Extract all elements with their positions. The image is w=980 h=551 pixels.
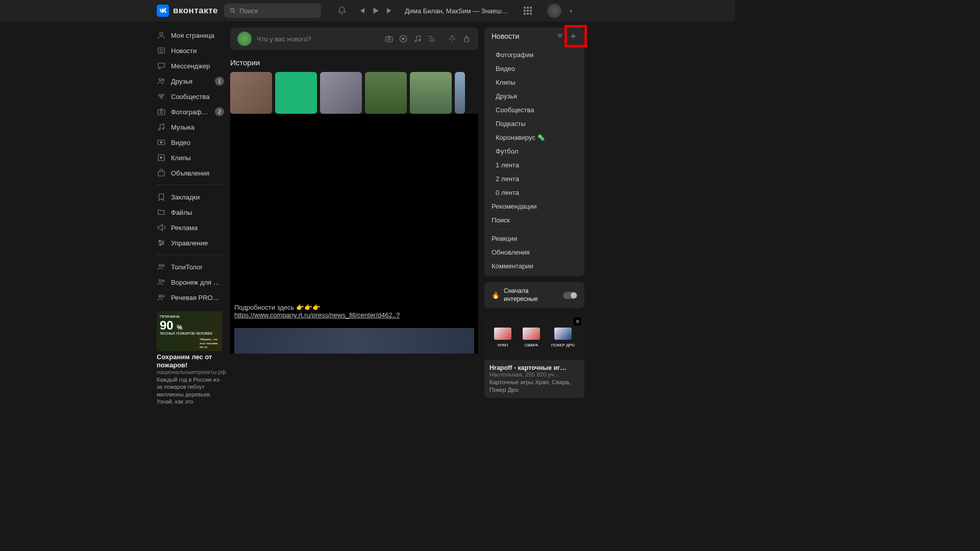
svg-point-28 [419,40,420,41]
next-icon[interactable] [385,6,395,15]
svg-point-10 [159,129,160,130]
sidebar-item-voronezh[interactable]: Воронеж для … [157,274,224,290]
post-image[interactable] [234,328,474,354]
toggle-switch[interactable] [563,292,577,299]
market-icon [157,168,166,178]
sidebar-item-clips[interactable]: Клипы [157,150,224,165]
news-filter-item[interactable]: Рекомендации [484,199,584,213]
sort-label: Сначала интересные [504,287,559,303]
right-ad[interactable]: ✕ ХРАПСВАРАПОКЕР ДРО Hrapoff - карточные… [484,314,584,398]
story-item[interactable] [320,72,362,114]
news-filter-item[interactable]: 2 лента [484,172,584,186]
avatar[interactable] [547,4,561,18]
apps-icon[interactable] [524,7,532,15]
rechevaya-icon [157,293,166,302]
news-filter-item[interactable]: Коронавирус 🦠 [484,131,584,144]
svg-rect-24 [385,37,393,42]
news-filter-item[interactable]: 1 лента [484,158,584,172]
story-item[interactable] [410,72,452,114]
post-url[interactable]: https://www.company.rt.ru/press/news_fil… [234,311,400,319]
ad-subtitle: национальныепроекты.рф [157,369,222,375]
news-filter-item[interactable]: Подкасты [484,117,584,131]
sidebar-item-my-page[interactable]: Моя страница [157,28,224,43]
header: вконтакте Поиск Дима Билан, МакSим — Зна… [0,0,735,21]
sidebar-item-files[interactable]: Файлы [157,205,224,220]
video-icon[interactable] [399,34,408,43]
news-filter-item[interactable]: Комментарии [484,259,584,273]
music-icon[interactable] [413,34,422,43]
sort-toggle[interactable]: 🔥 Сначала интересные [484,282,584,308]
news-filter-item[interactable]: Клипы [484,76,584,89]
groups-icon [157,92,166,101]
stories-title: Истории [230,58,478,67]
manage-icon [157,238,166,247]
video-icon [157,138,166,147]
sidebar-item-news[interactable]: Новости [157,43,224,58]
svg-rect-8 [158,110,165,115]
bell-icon[interactable] [337,6,347,15]
sidebar-item-advert[interactable]: Реклама [157,220,224,235]
player [357,6,395,15]
sparkle-icon[interactable] [448,34,457,43]
sidebar-item-photos[interactable]: Фотограф…2 [157,104,224,119]
sidebar-item-rechevaya[interactable]: Речевая PRO… [157,290,224,305]
ad2-text: Карточные игры Храп, Свара, Покер Дро [489,379,579,394]
svg-rect-29 [464,38,469,42]
sidebar-item-video[interactable]: Видео [157,135,224,150]
svg-point-11 [162,128,164,130]
sidebar-item-friends[interactable]: Друзья1 [157,73,224,89]
camera-icon[interactable] [384,34,394,43]
search-input[interactable]: Поиск [224,4,321,18]
news-filter-item[interactable]: Поиск [484,213,584,227]
add-button[interactable] [567,30,579,42]
sidebar-item-manage[interactable]: Управление [157,235,224,251]
plus-icon [569,32,577,40]
now-playing[interactable]: Дима Билан, МакSим — Знаеш… [405,7,508,15]
news-filter-item[interactable]: Реакции [484,232,584,245]
news-filter-item[interactable]: Футбол [484,144,584,158]
news-filter-item[interactable]: Фотографии [484,48,584,62]
tolitolog-icon [157,262,166,271]
story-item[interactable] [365,72,407,114]
sidebar-item-tolitolog[interactable]: ТолиТолог [157,259,224,274]
svg-point-22 [159,295,162,297]
chevron-down-icon[interactable]: ▾ [570,8,572,14]
lock-icon[interactable] [462,34,471,43]
filter-icon[interactable] [556,32,564,40]
logo[interactable]: вконтакте [157,5,218,17]
svg-point-5 [159,94,161,96]
svg-point-25 [388,38,390,41]
sidebar-item-groups[interactable]: Сообщества [157,89,224,104]
news-filter-item[interactable]: Обновления [484,245,584,259]
sidebar-item-messenger[interactable]: Мессенджер [157,58,224,73]
svg-point-23 [162,295,164,297]
friends-icon [157,77,166,86]
svg-point-9 [160,111,163,114]
prev-icon[interactable] [357,6,366,15]
story-item[interactable] [455,72,465,114]
bookmarks-icon [157,192,166,202]
left-ad[interactable]: ПРИЧИНА 90 % ЛЕСНЫХ ПОЖАРОВ ЧЕЛОВЕК Убед… [157,311,222,405]
article-icon[interactable] [427,34,436,43]
story-item[interactable] [230,72,272,114]
news-title[interactable]: Новости [492,32,553,40]
right-column: Новости ФотографииВидеоКлипыДрузьяСообще… [484,28,584,405]
svg-point-7 [160,96,162,98]
sidebar-item-bookmarks[interactable]: Закладки [157,189,224,205]
close-icon[interactable]: ✕ [573,317,581,325]
svg-point-6 [162,94,164,96]
news-filter-item[interactable]: Друзья [484,89,584,103]
sidebar-item-music[interactable]: Музыка [157,119,224,135]
news-filter-item[interactable]: Сообщества [484,103,584,117]
compose-box[interactable]: Что у вас нового? [230,28,478,50]
sidebar-item-market[interactable]: Объявления [157,165,224,181]
photos-icon [157,107,166,116]
news-filter-item[interactable]: Видео [484,62,584,76]
svg-point-1 [160,32,163,35]
svg-point-15 [159,240,161,242]
clips-icon [157,153,166,162]
svg-point-3 [159,79,162,81]
news-filter-item[interactable]: 0 лента [484,186,584,199]
play-icon[interactable] [371,6,380,15]
story-item[interactable] [275,72,317,114]
